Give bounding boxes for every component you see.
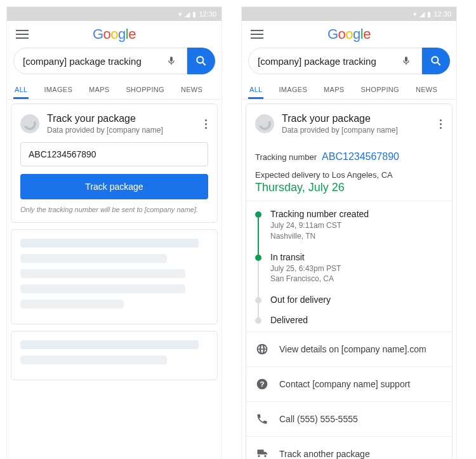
step-dot-icon xyxy=(255,211,261,218)
wifi-icon: ▾ xyxy=(413,10,417,18)
step-detail: July 25, 6:43pm PSTSan Francisco, CA xyxy=(270,263,341,285)
tab-images[interactable]: IMAGES xyxy=(43,79,74,99)
svg-point-0 xyxy=(197,57,203,63)
svg-point-2 xyxy=(432,57,438,63)
timeline-step: Out for delivery xyxy=(255,295,443,315)
battery-icon: ▮ xyxy=(427,10,431,18)
search-input[interactable] xyxy=(23,56,162,67)
privacy-note: Only the tracking number will be sent to… xyxy=(20,206,208,213)
svg-text:?: ? xyxy=(260,380,264,388)
step-title: Out for delivery xyxy=(270,295,331,305)
mic-icon[interactable] xyxy=(162,55,180,67)
search-box[interactable] xyxy=(13,48,187,74)
battery-icon: ▮ xyxy=(192,10,196,18)
step-dot-icon xyxy=(255,255,261,261)
tracking-card: Track your package Data provided by [com… xyxy=(11,103,218,223)
action-label: Track another package xyxy=(279,449,370,459)
timeline-step: In transitJuly 25, 6:43pm PSTSan Francis… xyxy=(255,252,443,295)
phone-input-state: ▾ ◢ ▮ 12:30 Google ALL IMAGES xyxy=(6,6,222,459)
tab-news[interactable]: NEWS xyxy=(180,79,204,99)
action-label: View details on [company name].com xyxy=(279,344,426,354)
track-package-button[interactable]: Track package xyxy=(20,174,208,199)
action-help[interactable]: ?Contact [company name] support xyxy=(246,366,452,401)
globe-icon xyxy=(255,342,269,356)
truck-icon xyxy=(255,447,269,459)
search-button[interactable] xyxy=(187,48,215,74)
timeline-step: Delivered xyxy=(255,315,443,328)
status-time: 12:30 xyxy=(433,10,451,18)
action-label: Call (555) 555-5555 xyxy=(279,414,358,424)
tab-maps[interactable]: MAPS xyxy=(322,79,345,99)
status-bar: ▾ ◢ ▮ 12:30 xyxy=(242,7,456,21)
status-bar: ▾ ◢ ▮ 12:30 xyxy=(7,7,221,21)
tab-all[interactable]: ALL xyxy=(248,79,263,99)
status-time: 12:30 xyxy=(199,10,216,18)
provider-avatar xyxy=(255,114,274,133)
placeholder-result xyxy=(11,229,218,324)
tracking-timeline: Tracking number createdJuly 24, 9:11am C… xyxy=(246,201,452,332)
expected-delivery-date: Thursday, July 26 xyxy=(255,181,443,194)
action-phone[interactable]: Call (555) 555-5555 xyxy=(246,401,452,436)
svg-line-3 xyxy=(438,63,440,65)
tracking-number-input[interactable] xyxy=(20,142,208,166)
card-subtitle: Data provided by [company name] xyxy=(47,126,201,135)
step-title: In transit xyxy=(270,252,341,262)
menu-icon[interactable] xyxy=(13,27,31,41)
google-logo: Google xyxy=(266,26,432,43)
search-tabs: ALL IMAGES MAPS SHOPPING NEWS xyxy=(7,79,221,100)
tab-maps[interactable]: MAPS xyxy=(88,79,110,99)
search-input[interactable] xyxy=(258,56,397,67)
step-dot-icon xyxy=(255,317,261,324)
tab-news[interactable]: NEWS xyxy=(414,79,439,99)
action-globe[interactable]: View details on [company name].com xyxy=(246,332,452,366)
step-title: Delivered xyxy=(270,315,308,325)
placeholder-result xyxy=(11,331,218,380)
signal-icon: ◢ xyxy=(420,10,425,18)
tab-all[interactable]: ALL xyxy=(13,79,29,99)
tracking-result-card: Track your package Data provided by [com… xyxy=(246,103,453,459)
tracking-number-label: Tracking number xyxy=(255,152,317,162)
mic-icon[interactable] xyxy=(397,55,415,67)
search-box[interactable] xyxy=(248,48,422,74)
expected-delivery-label: Expected delivery to Los Angeles, CA xyxy=(255,170,443,180)
action-truck[interactable]: Track another package xyxy=(246,436,452,459)
signal-icon: ◢ xyxy=(185,10,190,18)
google-logo: Google xyxy=(31,26,197,43)
step-detail: July 24, 9:11am CSTNashville, TN xyxy=(270,220,369,242)
wifi-icon: ▾ xyxy=(178,10,182,18)
svg-line-1 xyxy=(203,63,206,65)
tab-shopping[interactable]: SHOPPING xyxy=(124,79,165,99)
phone-icon xyxy=(255,412,269,426)
step-title: Tracking number created xyxy=(270,209,369,219)
menu-icon[interactable] xyxy=(248,27,266,41)
search-tabs: ALL IMAGES MAPS SHOPPING NEWS xyxy=(242,79,456,100)
card-subtitle: Data provided by [company name] xyxy=(282,126,436,135)
phone-result-state: ▾ ◢ ▮ 12:30 Google ALL IMAGES xyxy=(241,6,457,459)
search-button[interactable] xyxy=(422,48,450,74)
tracking-number-value[interactable]: ABC1234567890 xyxy=(322,151,399,162)
step-dot-icon xyxy=(255,297,261,303)
card-title: Track your package xyxy=(282,113,436,124)
overflow-icon[interactable] xyxy=(436,116,446,133)
action-label: Contact [company name] support xyxy=(279,379,410,389)
timeline-step: Tracking number createdJuly 24, 9:11am C… xyxy=(255,209,443,252)
help-icon: ? xyxy=(255,377,269,391)
tab-shopping[interactable]: SHOPPING xyxy=(359,79,400,99)
provider-avatar xyxy=(20,114,39,133)
card-title: Track your package xyxy=(47,113,201,124)
overflow-icon[interactable] xyxy=(201,116,211,133)
tab-images[interactable]: IMAGES xyxy=(277,79,308,99)
